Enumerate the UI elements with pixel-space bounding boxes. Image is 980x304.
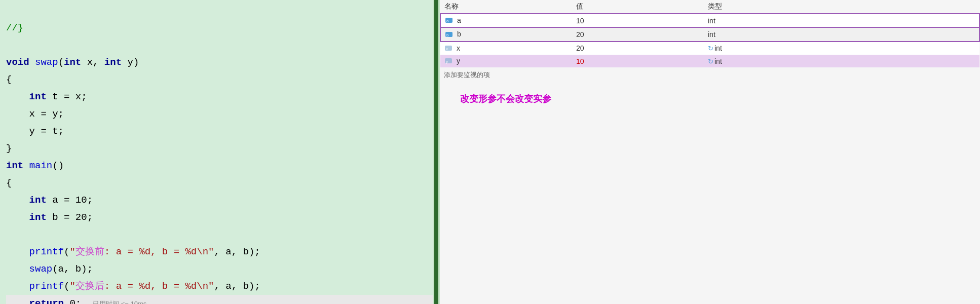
var-icon-a: a [445,16,453,24]
watch-type-b: int [704,27,979,41]
watch-panel: 名称 值 类型 a a 10 int b b 20 int [440,0,980,304]
line-blank [6,40,12,51]
watch-val-b: 20 [572,27,704,41]
watch-name-a: a a [440,14,572,27]
line-swap-call: swap(a, b); [6,263,93,275]
line-return: return 0; 已用时间 <= 10ms [6,295,434,304]
code-editor: //} void swap(int x, int y) { int t = x;… [0,0,440,304]
watch-type-y: ↻int [704,55,979,67]
var-icon-y: y [444,57,453,65]
line-brace-open2: { [6,177,12,188]
line-int-a: int a = 10; [6,195,93,206]
line-int-b: int b = 20; [6,212,93,223]
svg-text:b: b [446,33,449,37]
var-icon-b: b [445,30,453,39]
col-header-type: 类型 [704,0,979,14]
code-content: //} void swap(int x, int y) { int t = x;… [0,0,440,304]
line-brace-open: { [6,74,12,85]
add-watch-label[interactable]: 添加要监视的项 [440,67,980,83]
watch-row-b[interactable]: b b 20 int [440,27,979,41]
watch-row-y[interactable]: y y 10 ↻int [440,55,979,67]
line-printf1: printf("交换前: a = %d, b = %d\n", a, b); [6,246,260,257]
svg-text:y: y [446,59,448,64]
line-brace-close1: } [6,143,12,154]
watch-name-y: y y [440,55,572,67]
refresh-icon-y: ↻ [708,58,713,65]
svg-text:a: a [446,19,449,23]
col-header-name: 名称 [440,0,572,14]
line-x-eq-y: x = y; [6,108,64,120]
watch-table-header: 名称 值 类型 [440,0,979,14]
var-icon-x: x [444,44,453,52]
line-int-t: int t = x; [6,91,87,102]
watch-val-x: 20 [572,42,704,55]
line-comment: //} [6,22,23,33]
line-y-eq-t: y = t; [6,126,64,137]
watch-table: 名称 值 类型 a a 10 int b b 20 int [440,0,980,67]
watch-row-x[interactable]: x x 20 ↻int [440,42,979,55]
scrollbar-thumb[interactable] [434,0,438,304]
watch-name-b: b b [440,27,572,41]
watch-type-x: ↻int [704,42,979,55]
refresh-icon-x: ↻ [708,45,713,52]
line-printf2: printf("交换后: a = %d, b = %d\n", a, b); [6,281,260,292]
watch-name-x: x x [440,42,572,55]
watch-row-a[interactable]: a a 10 int [440,14,979,27]
watch-val-y: 10 [572,55,704,67]
watch-type-a: int [704,14,979,27]
line-blank2 [6,229,12,240]
watch-val-a: 10 [572,14,704,27]
line-main-sig: int main() [6,160,64,171]
col-header-val: 值 [572,0,704,14]
message-area: 改变形参不会改变实参 [440,83,980,115]
scrollbar-track[interactable] [433,0,440,304]
line-swap-sig: void swap(int x, int y) [6,57,139,68]
swap-message: 改变形参不会改变实参 [460,93,960,105]
svg-text:x: x [446,47,448,51]
